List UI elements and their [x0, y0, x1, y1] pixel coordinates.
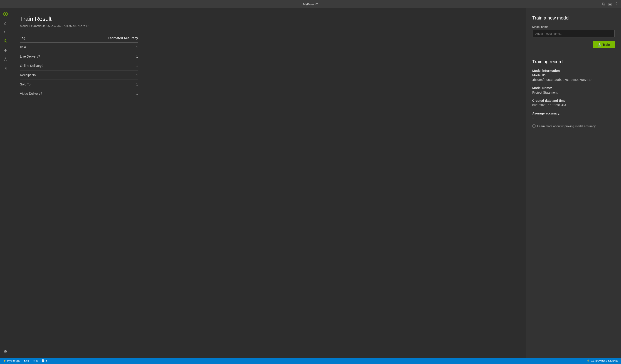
table-row: Video Delivery? 1 — [20, 89, 138, 98]
accuracy-cell: 1 — [71, 70, 138, 80]
titlebar: MyProject2 ⎘ ▣ ? — [0, 0, 621, 8]
learn-more-link[interactable]: i Learn more about improving model accur… — [532, 124, 615, 128]
created-value: 8/20/2020, 11:51:01 AM — [532, 103, 615, 107]
model-id-value: 4bc9e5fe-953e-49d4-9701-97c0075e7e17 — [532, 78, 615, 82]
sidebar-item-home[interactable]: ⌂ — [1, 19, 10, 27]
model-name-block: Model Name: Project Statement — [532, 86, 615, 94]
info-icon: i — [532, 124, 536, 128]
help-icon[interactable]: ? — [615, 2, 617, 6]
learn-more-text: Learn more about improving model accurac… — [537, 125, 596, 128]
titlebar-actions: ⎘ ▣ ? — [602, 2, 617, 6]
sidebar: ⌂ 🏷 ⚙ — [0, 8, 11, 358]
sidebar-item-active-learning[interactable] — [1, 55, 10, 63]
train-icon: 🔬 — [597, 43, 601, 47]
statusbar-connections: 👁 5 — [33, 359, 38, 363]
model-id-key: Model ID: — [532, 73, 615, 77]
layout-icon[interactable]: ▣ — [608, 2, 612, 6]
tag-cell: Live Delivery? — [20, 52, 71, 61]
accuracy-cell: 1 — [71, 52, 138, 61]
model-id-block: Model ID: 4bc9e5fe-953e-49d4-9701-97c007… — [532, 73, 615, 82]
sidebar-item-settings[interactable]: ⚙ — [1, 348, 10, 356]
sidebar-item-train[interactable] — [1, 37, 10, 45]
statusbar-storage: ⚡ MyStorage — [3, 359, 20, 363]
table-row: Online Delivery? 1 — [20, 61, 138, 70]
created-block: Created date and time: 8/20/2020, 11:51:… — [532, 99, 615, 107]
tag-cell: Online Delivery? — [20, 61, 71, 70]
training-record-title: Training record — [532, 59, 615, 64]
col-tag: Tag — [20, 34, 71, 42]
statusbar-docs: 📄 5 — [41, 359, 47, 363]
model-name-key: Model Name: — [532, 86, 615, 90]
tag-cell: Sold To — [20, 80, 71, 89]
share-icon[interactable]: ⎘ — [602, 2, 605, 6]
tag-cell: Receipt No — [20, 70, 71, 80]
table-row: Receipt No 1 — [20, 70, 138, 80]
avg-accuracy-value: 1 — [532, 116, 615, 120]
sidebar-item-connections[interactable] — [1, 46, 10, 54]
model-name-input[interactable] — [532, 30, 615, 37]
main-panel: Train Result Model ID: 4bc9e5fe-953e-49d… — [11, 8, 526, 358]
table-row: Sold To 1 — [20, 80, 138, 89]
svg-point-1 — [5, 13, 6, 15]
content-area: Train Result Model ID: 4bc9e5fe-953e-49d… — [11, 8, 621, 358]
model-id-display: Model ID: 4bc9e5fe-953e-49d4-9701-97c007… — [20, 24, 517, 28]
app-body: ⌂ 🏷 ⚙ — [0, 8, 621, 358]
tag-cell: Video Delivery? — [20, 89, 71, 98]
tag-icon: 🏷 — [24, 359, 27, 363]
results-table: Tag Estimated Accuracy ID # 1 Live Deliv… — [20, 34, 138, 98]
right-panel: Train a new model Model name 🔬 Train Tra… — [526, 8, 621, 358]
statusbar-left: ⚡ MyStorage 🏷 5 👁 5 📄 5 — [3, 359, 583, 363]
col-accuracy: Estimated Accuracy — [71, 34, 138, 42]
accuracy-cell: 1 — [71, 80, 138, 89]
model-name-value: Project Statement — [532, 91, 615, 94]
sidebar-item-docs[interactable] — [1, 64, 10, 73]
model-info-title: Model information — [532, 69, 615, 73]
table-row: ID # 1 — [20, 42, 138, 52]
statusbar-tags: 🏷 5 — [24, 359, 29, 363]
accuracy-cell: 1 — [71, 42, 138, 52]
accuracy-cell: 1 — [71, 89, 138, 98]
new-model-title: Train a new model — [532, 16, 615, 21]
storage-icon: ⚡ — [3, 359, 6, 363]
tag-cell: ID # — [20, 42, 71, 52]
training-record-section: Training record Model information Model … — [532, 59, 615, 128]
svg-point-2 — [5, 39, 6, 41]
accuracy-cell: 1 — [71, 61, 138, 70]
statusbar: ⚡ MyStorage 🏷 5 👁 5 📄 5 ⚡ 2.1-preview.1-… — [0, 358, 621, 364]
file-icon: 📄 — [41, 359, 45, 363]
model-name-label: Model name — [532, 25, 615, 29]
statusbar-version: ⚡ 2.1-preview.1-530545c — [586, 359, 618, 363]
sidebar-item-tag[interactable]: 🏷 — [1, 28, 10, 36]
table-row: Live Delivery? 1 — [20, 52, 138, 61]
eye-icon: 👁 — [33, 359, 35, 363]
created-key: Created date and time: — [532, 99, 615, 102]
page-title: Train Result — [20, 16, 517, 22]
version-icon: ⚡ — [586, 359, 590, 363]
avg-accuracy-key: Average accuracy: — [532, 111, 615, 115]
app-title: MyProject2 — [303, 2, 318, 6]
train-button[interactable]: 🔬 Train — [593, 41, 615, 48]
sidebar-logo[interactable] — [1, 10, 10, 18]
avg-accuracy-block: Average accuracy: 1 — [532, 111, 615, 120]
